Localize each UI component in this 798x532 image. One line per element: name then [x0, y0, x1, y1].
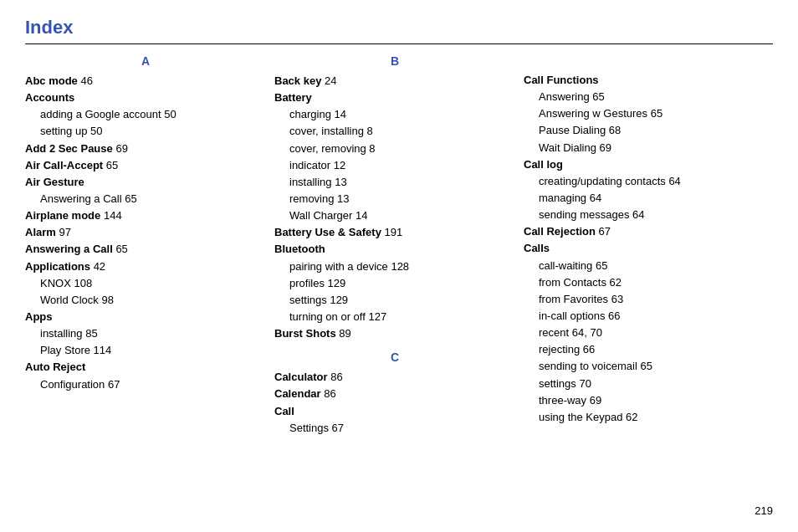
letter-c: C	[274, 350, 515, 364]
list-item: from Contacts 62	[524, 274, 765, 291]
list-item: Calculator 86	[274, 369, 515, 386]
list-item: call-waiting 65	[524, 258, 765, 274]
list-item: Answering a Call 65	[25, 241, 266, 258]
list-item: cover, removing 8	[274, 141, 515, 157]
list-item: Settings 67	[274, 420, 515, 437]
list-item: Burst Shots 89	[274, 325, 515, 342]
list-item: pairing with a device 128	[274, 258, 515, 275]
list-item: Answering a Call 65	[25, 191, 266, 207]
list-item: KNOX 108	[25, 275, 266, 292]
list-item: Airplane mode 144	[25, 207, 266, 224]
list-item: Calendar 86	[274, 386, 515, 402]
list-item: cover, installing 8	[274, 123, 515, 140]
list-item: three-way 69	[524, 392, 765, 409]
list-item: Play Store 114	[25, 342, 266, 359]
index-columns: A Abc mode 46 Accounts adding a Google a…	[25, 54, 773, 437]
title-divider	[25, 43, 773, 44]
list-item: recent 64, 70	[524, 325, 765, 341]
list-item: Configuration 67	[25, 376, 266, 393]
list-item: World Clock 98	[25, 292, 266, 309]
list-item: Battery Use & Safety 191	[274, 224, 515, 241]
list-item: settings 129	[274, 292, 515, 309]
list-item: Battery	[274, 90, 515, 106]
list-item: installing 13	[274, 174, 515, 191]
list-item: Back key 24	[274, 73, 515, 90]
list-item: Wait Dialing 69	[524, 140, 765, 156]
list-item: Auto Reject	[25, 359, 266, 376]
column-b: B Back key 24 Battery charging 14 cover,…	[274, 54, 524, 437]
page: Index A Abc mode 46 Accounts adding a Go…	[0, 0, 798, 532]
list-item: rejecting 66	[524, 341, 765, 358]
list-item: creating/updating contacts 64	[524, 173, 765, 190]
list-item: Answering 65	[524, 89, 765, 105]
letter-b: B	[274, 54, 515, 68]
list-item: Apps	[25, 309, 266, 325]
list-item: settings 70	[524, 376, 765, 392]
list-item: Alarm 97	[25, 224, 266, 241]
list-item: indicator 12	[274, 157, 515, 174]
list-item: Abc mode 46	[25, 73, 266, 90]
list-item: Air Call-Accept 65	[25, 157, 266, 174]
list-item: Applications 42	[25, 258, 266, 275]
page-title: Index	[25, 17, 773, 38]
spacer	[524, 54, 765, 67]
list-item: Bluetooth	[274, 241, 515, 258]
list-item: in-call options 66	[524, 308, 765, 325]
list-item: setting up 50	[25, 123, 266, 140]
list-item: installing 85	[25, 325, 266, 342]
list-item: charging 14	[274, 106, 515, 123]
list-item: Call Functions	[524, 72, 765, 89]
list-item: turning on or off 127	[274, 309, 515, 325]
list-item: Calls	[524, 240, 765, 257]
column-c: Call Functions Answering 65 Answering w …	[524, 54, 773, 437]
page-number: 219	[755, 504, 773, 517]
list-item: sending to voicemail 65	[524, 358, 765, 375]
list-item: Call	[274, 403, 515, 420]
list-item: Answering w Gestures 65	[524, 105, 765, 122]
list-item: adding a Google account 50	[25, 106, 266, 123]
column-a: A Abc mode 46 Accounts adding a Google a…	[25, 54, 274, 437]
list-item: Pause Dialing 68	[524, 122, 765, 139]
list-item: managing 64	[524, 190, 765, 207]
list-item: Call log	[524, 156, 765, 173]
list-item: using the Keypad 62	[524, 409, 765, 426]
list-item: Air Gesture	[25, 174, 266, 191]
list-item: from Favorites 63	[524, 291, 765, 308]
list-item: sending messages 64	[524, 207, 765, 223]
list-item: Wall Charger 14	[274, 207, 515, 224]
list-item: Accounts	[25, 90, 266, 106]
list-item: Call Rejection 67	[524, 223, 765, 240]
list-item: Add 2 Sec Pause 69	[25, 141, 266, 157]
list-item: profiles 129	[274, 275, 515, 292]
list-item: removing 13	[274, 191, 515, 207]
letter-a: A	[25, 54, 266, 68]
